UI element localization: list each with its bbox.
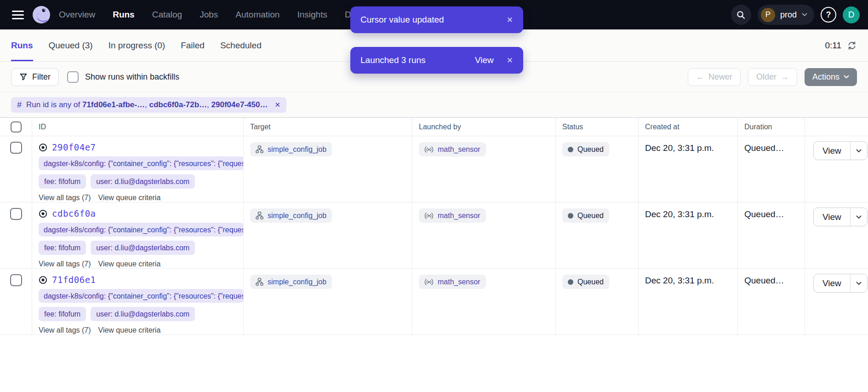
duration-cell: Queued… — [737, 202, 805, 268]
view-queue-criteria-link[interactable]: View queue criteria — [98, 326, 161, 334]
sensor-pill[interactable]: math_sensor — [419, 275, 486, 289]
menu-button[interactable] — [8, 5, 28, 24]
sensor-pill[interactable]: math_sensor — [419, 208, 486, 223]
toast-view-link[interactable]: View — [475, 55, 494, 65]
job-icon — [256, 212, 263, 219]
dagster-logo-icon — [31, 5, 51, 25]
row-checkbox-cell — [0, 269, 32, 334]
nav-item-runs[interactable]: Runs — [113, 10, 135, 20]
runs-table: ID Target Launched by Status Created at … — [0, 117, 868, 335]
show-backfills-label: Show runs within backfills — [85, 72, 179, 82]
tab-failed[interactable]: Failed — [181, 29, 205, 61]
run-id-link[interactable]: 71fd06e1 — [52, 275, 96, 285]
row-checkbox-cell — [0, 136, 32, 202]
tab-runs[interactable]: Runs — [11, 29, 33, 61]
top-nav-right: P prod ? D — [731, 5, 860, 25]
view-all-tags-link[interactable]: View all tags (7) — [39, 194, 91, 202]
run-id-link[interactable]: 290f04e7 — [52, 142, 96, 152]
tag-fee[interactable]: fee: fifofum — [39, 174, 86, 189]
search-button[interactable] — [731, 5, 751, 25]
run-id-link[interactable]: cdbc6f0a — [52, 208, 96, 219]
question-mark-icon: ? — [826, 10, 831, 20]
newer-button[interactable]: ← Newer — [688, 68, 741, 86]
view-queue-criteria-link[interactable]: View queue criteria — [98, 194, 161, 202]
job-pill[interactable]: simple_config_job — [250, 142, 332, 156]
tag-user[interactable]: user: d.liu@dagsterlabs.com — [91, 174, 195, 189]
view-button[interactable]: View — [814, 142, 850, 160]
status-label: Queued — [577, 145, 604, 154]
job-icon — [256, 145, 263, 153]
toast-message: Launched 3 runs — [360, 55, 426, 65]
tag-line: fee: fifofum user: d.liu@dagsterlabs.com — [39, 174, 243, 189]
job-name: simple_config_job — [268, 145, 326, 154]
tab-in-progress[interactable]: In progress (0) — [108, 29, 166, 61]
search-icon — [736, 10, 746, 20]
view-menu-button[interactable] — [850, 208, 867, 226]
row-checkbox-cell — [0, 202, 32, 268]
status-badge: Queued — [562, 275, 609, 289]
run-id-cell: cdbc6f0a dagster-k8s/config: {"container… — [32, 202, 243, 268]
created-at-cell: Dec 20, 3:31 p.m. — [638, 269, 737, 334]
toolbar-right: ← Newer Older → Actions — [688, 68, 857, 86]
view-menu-button[interactable] — [850, 274, 867, 292]
column-header-launched-by: Launched by — [412, 118, 555, 136]
help-button[interactable]: ? — [821, 7, 836, 23]
job-name: simple_config_job — [268, 278, 326, 286]
view-all-tags-link[interactable]: View all tags (7) — [39, 260, 91, 268]
tag-user[interactable]: user: d.liu@dagsterlabs.com — [91, 307, 195, 321]
view-queue-criteria-link[interactable]: View queue criteria — [98, 260, 161, 268]
row-checkbox[interactable] — [10, 274, 22, 286]
tag-links-line: View all tags (7) View queue criteria — [39, 260, 243, 268]
tag-dagster-k8s-config[interactable]: dagster-k8s/config: {"container_config":… — [39, 223, 243, 236]
actions-button[interactable]: Actions — [805, 68, 857, 86]
workspace-switcher[interactable]: P prod — [758, 5, 814, 25]
filter-button[interactable]: Filter — [11, 68, 59, 86]
view-button[interactable]: View — [814, 208, 850, 226]
refresh-area: 0:11 — [825, 29, 857, 61]
job-name: simple_config_job — [268, 212, 326, 220]
nav-item-insights[interactable]: Insights — [297, 10, 327, 20]
hamburger-icon — [12, 14, 24, 16]
refresh-button[interactable] — [847, 40, 857, 51]
sensor-icon — [424, 146, 434, 153]
view-menu-button[interactable] — [850, 142, 867, 160]
nav-item-catalog[interactable]: Catalog — [152, 10, 183, 20]
user-avatar[interactable]: D — [843, 6, 860, 23]
status-cell: Queued — [555, 202, 638, 268]
row-checkbox[interactable] — [10, 142, 22, 154]
older-button[interactable]: Older → — [748, 68, 797, 86]
show-backfills-checkbox[interactable] — [67, 71, 79, 83]
view-button[interactable]: View — [814, 274, 850, 292]
tag-dagster-k8s-config[interactable]: dagster-k8s/config: {"container_config":… — [39, 156, 243, 170]
close-icon[interactable]: ✕ — [507, 15, 513, 25]
funnel-icon — [19, 73, 28, 81]
sensor-pill[interactable]: math_sensor — [419, 142, 486, 156]
column-header-duration: Duration — [737, 118, 805, 136]
newer-button-label: Newer — [708, 72, 732, 82]
tab-queued[interactable]: Queued (3) — [49, 29, 93, 61]
sensor-icon — [424, 212, 434, 219]
view-all-tags-link[interactable]: View all tags (7) — [39, 326, 91, 334]
tag-user[interactable]: user: d.liu@dagsterlabs.com — [91, 241, 195, 255]
run-id-cell: 290f04e7 dagster-k8s/config: {"container… — [32, 136, 243, 202]
tag-dagster-k8s-config[interactable]: dagster-k8s/config: {"container_config":… — [39, 289, 243, 303]
run-id-filter-chip[interactable]: # Run id is any of 71fd06e1-afbe-…, cdbc… — [11, 97, 286, 113]
queued-status-dot-icon — [568, 279, 573, 285]
nav-item-automation[interactable]: Automation — [235, 10, 280, 20]
sensor-name: math_sensor — [438, 212, 480, 220]
job-pill[interactable]: simple_config_job — [250, 275, 332, 289]
duration-cell: Queued… — [737, 269, 805, 334]
job-pill[interactable]: simple_config_job — [250, 208, 332, 223]
table-row: 290f04e7 dagster-k8s/config: {"container… — [0, 136, 868, 202]
close-icon[interactable]: ✕ — [274, 101, 280, 109]
close-icon[interactable]: ✕ — [507, 56, 513, 65]
nav-item-overview[interactable]: Overview — [59, 10, 95, 20]
row-checkbox[interactable] — [10, 208, 22, 220]
workspace-name: prod — [780, 10, 797, 20]
tab-scheduled[interactable]: Scheduled — [220, 29, 262, 61]
select-all-checkbox[interactable] — [11, 121, 22, 133]
nav-item-jobs[interactable]: Jobs — [200, 10, 218, 20]
run-id-line: cdbc6f0a — [39, 208, 243, 219]
tag-fee[interactable]: fee: fifofum — [39, 241, 86, 255]
tag-fee[interactable]: fee: fifofum — [39, 307, 86, 321]
